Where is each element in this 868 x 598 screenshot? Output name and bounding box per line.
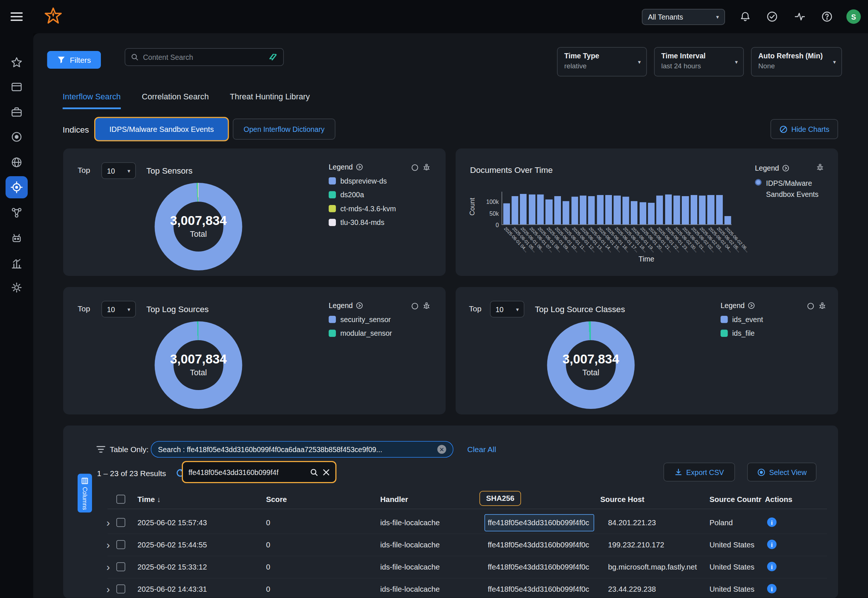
search-filter-chip[interactable]: Search : ffe418f05e43dd3160b099f4f0ca6da… xyxy=(151,441,453,457)
filters-button-label: Filters xyxy=(70,55,91,64)
sidebar-item-settings[interactable] xyxy=(8,279,25,297)
chip-close-icon[interactable]: ✕ xyxy=(437,445,446,454)
row-info-icon[interactable]: i xyxy=(767,562,777,571)
legend-item[interactable]: security_sensor xyxy=(329,315,392,324)
legend-item[interactable]: ids_file xyxy=(721,329,763,338)
cell-handler: ids-file-localcache xyxy=(380,585,480,594)
search-filter-chip-label: Search : ffe418f05e43dd3160b099f4f0ca6da… xyxy=(158,445,432,454)
expand-row-icon[interactable]: › xyxy=(106,519,110,528)
sidebar-item-sandbox[interactable] xyxy=(8,229,25,247)
selected-index-button[interactable]: IDPS/Malware Sandbox Events xyxy=(94,117,229,142)
legend-item[interactable]: bdspreview-ds xyxy=(329,177,396,185)
legend-settings-icon[interactable] xyxy=(782,165,790,172)
column-header-actions[interactable]: Actions xyxy=(765,495,792,504)
open-interflow-dictionary-button[interactable]: Open Interflow Dictionary xyxy=(233,118,335,140)
export-csv-button[interactable]: Export CSV xyxy=(664,463,735,481)
top-label: Top xyxy=(78,304,90,313)
bar xyxy=(682,196,689,224)
app-logo[interactable] xyxy=(43,7,63,28)
column-header-source-country[interactable]: Source Countr xyxy=(709,495,762,504)
sidebar-item-favorites[interactable] xyxy=(8,54,25,72)
circle-toggle-icon[interactable] xyxy=(411,302,419,310)
search-icon[interactable] xyxy=(310,468,319,477)
columns-button[interactable]: Columns xyxy=(78,474,92,513)
legend-settings-icon[interactable] xyxy=(748,302,755,309)
select-view-button[interactable]: Select View xyxy=(747,463,817,481)
sidebar-item-reports[interactable] xyxy=(8,255,25,273)
legend-item[interactable]: IDPS/Malware Sandbox Events xyxy=(755,178,819,200)
bug-icon[interactable] xyxy=(818,301,827,310)
avatar[interactable]: S xyxy=(847,10,861,24)
hide-charts-button[interactable]: Hide Charts xyxy=(771,119,838,139)
bar xyxy=(580,195,587,224)
top-n-select[interactable]: 10 ▾ xyxy=(102,163,136,179)
hamburger-menu-icon[interactable] xyxy=(8,8,25,25)
tenant-selector[interactable]: All Tenants ▾ xyxy=(642,9,725,25)
select-all-checkbox[interactable] xyxy=(117,495,125,504)
row-checkbox[interactable] xyxy=(117,540,125,549)
row-info-icon[interactable]: i xyxy=(767,540,777,549)
tab-correlation-search[interactable]: Correlation Search xyxy=(142,92,209,109)
bug-icon[interactable] xyxy=(816,163,825,171)
content-search-input[interactable] xyxy=(143,53,265,61)
top-n-select[interactable]: 10 ▾ xyxy=(102,301,136,318)
legend-item-label: ids_event xyxy=(732,315,763,324)
tab-threat-hunting-library[interactable]: Threat Hunting Library xyxy=(230,92,310,109)
legend-item[interactable]: ids_event xyxy=(721,315,763,324)
bar xyxy=(571,196,578,224)
table-search-input[interactable] xyxy=(189,468,305,477)
time-interval-dropdown[interactable]: Time Interval last 24 hours ▾ xyxy=(654,47,744,77)
auto-refresh-dropdown[interactable]: Auto Refresh (Min) None ▾ xyxy=(751,47,842,77)
filters-button[interactable]: Filters xyxy=(47,51,101,69)
bar xyxy=(691,195,697,224)
bug-icon[interactable] xyxy=(422,301,431,310)
network-icon xyxy=(11,207,23,219)
sidebar-item-cases[interactable] xyxy=(8,103,25,121)
top-n-value: 10 xyxy=(107,305,115,314)
sidebar-item-investigate-active[interactable] xyxy=(6,176,28,198)
bug-icon[interactable] xyxy=(422,163,431,171)
legend-settings-icon[interactable] xyxy=(356,164,364,171)
column-header-time[interactable]: Time ↓ xyxy=(138,495,161,504)
expand-row-icon[interactable]: › xyxy=(106,585,110,594)
auto-refresh-value: None xyxy=(758,62,835,70)
row-info-icon[interactable]: i xyxy=(767,584,777,594)
clear-all-link[interactable]: Clear All xyxy=(467,445,496,454)
circle-toggle-icon[interactable] xyxy=(411,164,419,171)
column-header-source-host[interactable]: Source Host xyxy=(600,495,644,504)
row-info-icon[interactable]: i xyxy=(767,517,777,527)
notifications-bell-icon[interactable] xyxy=(738,10,752,24)
column-header-handler[interactable]: Handler xyxy=(380,495,408,504)
column-header-score[interactable]: Score xyxy=(266,495,287,504)
top-n-select[interactable]: 10 ▾ xyxy=(490,301,524,318)
card-icon xyxy=(11,81,23,93)
row-checkbox[interactable] xyxy=(117,585,125,594)
expand-row-icon[interactable]: › xyxy=(106,563,110,572)
column-header-sha256[interactable]: SHA256 xyxy=(480,491,521,506)
table-search-box[interactable] xyxy=(182,461,337,483)
check-circle-icon[interactable] xyxy=(765,10,779,24)
row-checkbox[interactable] xyxy=(117,562,125,571)
legend-item[interactable]: modular_sensor xyxy=(329,329,392,338)
legend-settings-icon[interactable] xyxy=(356,302,364,309)
row-checkbox[interactable] xyxy=(117,518,125,527)
content-search[interactable] xyxy=(125,48,284,66)
x-axis-label: Time xyxy=(639,255,654,263)
expand-row-icon[interactable]: › xyxy=(106,541,110,550)
donut-total: 3,007,834 xyxy=(155,214,242,229)
legend-item[interactable]: ds200a xyxy=(329,191,396,199)
circle-toggle-icon[interactable] xyxy=(807,302,814,310)
activity-icon[interactable] xyxy=(793,10,807,24)
sidebar-item-correlations[interactable] xyxy=(8,204,25,221)
time-type-dropdown[interactable]: Time Type relative ▾ xyxy=(557,47,647,77)
sort-desc-icon[interactable]: ↓ xyxy=(157,495,161,504)
time-type-value: relative xyxy=(564,62,640,70)
help-icon[interactable] xyxy=(820,10,834,24)
sidebar-item-dashboards[interactable] xyxy=(8,78,25,96)
sidebar-item-threat-intel[interactable] xyxy=(8,154,25,171)
clear-search-icon[interactable] xyxy=(323,468,330,476)
legend-item[interactable]: tlu-30.84-mds xyxy=(329,218,396,227)
tab-interflow-search[interactable]: Interflow Search xyxy=(63,92,121,109)
sidebar-item-detections[interactable] xyxy=(8,128,25,146)
legend-item[interactable]: ct-mds-4.3.6-kvm xyxy=(329,205,396,213)
